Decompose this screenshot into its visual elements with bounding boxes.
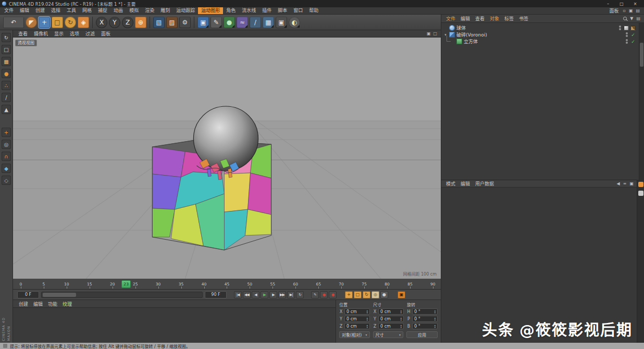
om-menu-标签[interactable]: 标签 [502,15,516,22]
frame-tick-80[interactable]: 80 [383,282,391,286]
range-slider-handle[interactable] [43,293,76,297]
frame-tick-75[interactable]: 75 [361,282,368,286]
menu-item-模拟[interactable]: 模拟 [126,7,142,14]
material-area[interactable] [13,308,336,343]
undo-icon[interactable]: ↶ [3,17,24,28]
menu-item-工具[interactable]: 工具 [64,7,79,14]
floor-icon[interactable]: ▦ [263,17,274,28]
prev-key-button[interactable]: ◀◀ [243,291,251,298]
range-end-field[interactable]: 90 F [205,291,227,298]
visibility-dots[interactable] [626,32,628,37]
preview-range-slider[interactable] [41,292,203,298]
object-list-scrollbar[interactable] [639,23,644,180]
spin-down-icon[interactable]: ▾ [366,326,368,328]
menu-item-脚本[interactable]: 脚本 [275,7,290,14]
menu-item-流水线[interactable]: 流水线 [239,7,259,14]
timeline-ruler[interactable]: 051015202530354045505560657075808590 23 [13,279,441,290]
am-tab-编辑[interactable]: 编辑 [458,180,473,187]
solo-mode-icon[interactable]: ◎ [2,140,11,149]
spin-down-icon[interactable]: ▾ [400,319,402,321]
frame-tick-65[interactable]: 65 [315,282,322,286]
frame-tick-60[interactable]: 60 [292,282,299,286]
spinner-icon[interactable]: ▴▾ [434,309,436,314]
coord-input[interactable]: 0 cm▴▾ [378,323,404,329]
viewport-canvas[interactable] [13,38,441,279]
render-visibility-dot[interactable] [626,35,628,37]
coord-input[interactable]: 0 cm▴▾ [378,308,404,315]
coordinate-system-icon[interactable]: ⊕ [135,17,146,28]
frame-tick-15[interactable]: 15 [86,282,93,286]
phong-tag-icon[interactable] [624,26,629,31]
bend-deformer-icon[interactable]: ≈ [237,17,248,28]
om-menu-编辑[interactable]: 编辑 [458,15,473,22]
frame-tick-45[interactable]: 45 [223,282,230,286]
menu-item-帮助[interactable]: 帮助 [306,7,321,14]
menu-item-窗口[interactable]: 窗口 [290,7,306,14]
model-mode-icon[interactable]: □ [2,45,11,54]
texture-tag-icon[interactable] [630,26,636,31]
object-row[interactable]: 球体 [441,24,644,31]
workplane-icon[interactable]: ◆ [2,164,11,173]
frame-tick-5[interactable]: 5 [40,282,47,286]
menu-item-文件[interactable]: 文件 [1,7,17,14]
spinner-icon[interactable]: ▴▾ [400,324,402,328]
frame-tick-10[interactable]: 10 [63,282,70,286]
subdivision-surface-icon[interactable]: ● [224,17,235,28]
om-menu-对象[interactable]: 对象 [487,15,502,22]
render-picture-viewer-icon[interactable]: ▨ [166,17,178,28]
polygons-mode-icon[interactable]: ▲ [2,105,11,114]
range-start-field[interactable]: 0 F [17,291,39,298]
back-arrow-icon[interactable]: ◀ [617,181,620,186]
light-icon[interactable]: ◐ [289,17,300,28]
om-menu-文件[interactable]: 文件 [443,15,458,22]
menu-item-渲染[interactable]: 渲染 [142,7,157,14]
minimize-button[interactable]: – [605,2,611,6]
record-rotation-button[interactable]: ↻ [363,291,370,298]
record-parameter-button[interactable]: ◎ [371,291,379,298]
spinner-icon[interactable]: ▴▾ [400,317,402,321]
knife-tool-icon[interactable]: / [250,17,261,28]
menu-item-运动跟踪[interactable]: 运动跟踪 [173,7,198,14]
frame-tick-25[interactable]: 25 [132,282,139,286]
viewport-visibility-dot[interactable] [626,32,628,34]
viewport-config-icon[interactable]: ▣ [427,31,431,36]
spinner-icon[interactable]: ▴▾ [434,317,436,321]
spline-pen-icon[interactable]: ✎ [210,17,222,28]
play-mode-button[interactable]: ↻ [296,291,304,298]
menu-item-网格[interactable]: 网格 [79,7,95,14]
last-tool-icon[interactable]: ◈ [78,17,89,28]
om-menu-书签[interactable]: 书签 [516,15,531,22]
render-visibility-dot[interactable] [619,28,621,30]
viewport-visibility-dot[interactable] [619,26,621,28]
frame-tick-50[interactable]: 50 [246,282,253,286]
render-settings-icon[interactable]: ⚙ [179,17,191,28]
viewport-menu-显示[interactable]: 显示 [51,30,67,37]
coord-input[interactable]: 0 °▴▾ [412,323,438,329]
perspective-viewport[interactable]: 透视视图 网格间距 100 cm [13,38,441,279]
viewport-menu-摄像机[interactable]: 摄像机 [31,30,51,37]
coord-input[interactable]: 0 cm▴▾ [344,308,370,315]
live-selection-icon[interactable]: ◤ [26,17,37,28]
filter-icon[interactable]: ▼ [630,16,633,21]
object-manager-list[interactable]: 球体▾破碎(Voronoi)✓立方体✓ [441,23,644,180]
prev-frame-button[interactable]: ◀ [252,291,259,298]
viewport-menu-面板[interactable]: 面板 [98,30,114,37]
spin-down-icon[interactable]: ▾ [400,326,402,328]
goto-start-button[interactable]: |◀ [234,291,242,298]
attribute-manager-body[interactable]: 头条 @筱筱影视后期 [441,188,644,343]
enable-check-icon[interactable]: ✓ [630,32,636,38]
enable-check-icon[interactable]: ✓ [630,39,636,44]
menu-item-插件[interactable]: 插件 [259,7,275,14]
spin-down-icon[interactable]: ▾ [434,326,436,328]
autokey-button[interactable]: ● [329,291,337,298]
render-visibility-dot[interactable] [626,42,628,44]
visibility-dots[interactable] [619,26,621,30]
spinner-icon[interactable]: ▴▾ [400,309,402,314]
object-row[interactable]: 立方体✓ [441,38,644,45]
spinner-icon[interactable]: ▴▾ [366,324,368,328]
frame-tick-55[interactable]: 55 [269,282,276,286]
render-view-icon[interactable]: ▧ [153,17,165,28]
texture-mode-icon[interactable]: ▩ [2,57,11,66]
move-tool-icon[interactable]: + [39,17,50,28]
camera-icon[interactable]: ▣ [276,17,287,28]
